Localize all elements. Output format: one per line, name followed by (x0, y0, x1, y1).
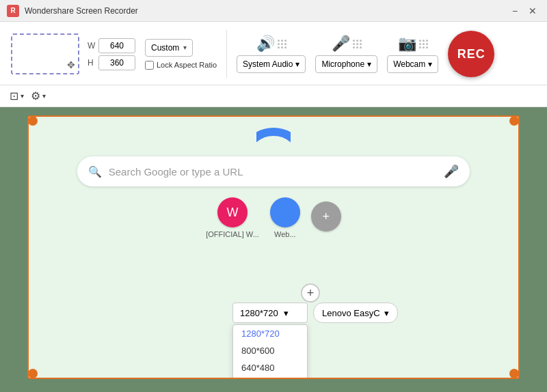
wh-inputs: W H (88, 38, 135, 70)
system-audio-arrow: ▾ (295, 59, 299, 69)
bottom-toolbar: ⊡ ▾ ⚙ ▾ (0, 85, 547, 107)
window-controls: − ✕ (507, 3, 540, 18)
settings-icon: ⚙ (31, 89, 40, 102)
resolution-dropdown-menu: 1280*720 800*600 640*480 320*240 160*120 (232, 324, 308, 379)
svg-point-0 (256, 132, 291, 148)
title-bar: R Wondershare Screen Recorder − ✕ (0, 0, 547, 22)
screen-select-button[interactable]: ⊡ ▾ (10, 89, 24, 102)
resolution-dropdown-area: 1280*720 ▾ 1280*720 800*600 640*480 320*… (232, 303, 398, 323)
resolution-select-container: 1280*720 ▾ 1280*720 800*600 640*480 320*… (232, 303, 308, 323)
app-title: Wondershare Screen Recorder (25, 6, 507, 16)
custom-dropdown-arrow: ▾ (183, 44, 187, 51)
lock-aspect-text: Lock Aspect Ratio (157, 61, 217, 69)
height-input[interactable] (98, 55, 135, 70)
webcam-dots (419, 40, 428, 48)
res-option-3[interactable]: 320*240 (233, 376, 307, 379)
shortcut-label-0: [OFFICIAL] W... (206, 230, 259, 238)
webcam-icon: 📷 (398, 35, 416, 53)
corner-tr (509, 116, 519, 126)
add-shortcut-button[interactable]: + (301, 283, 320, 303)
canvas-preview: ✥ (11, 33, 79, 74)
webcam-control: 📷 Webcam ▾ (387, 35, 438, 73)
browser-logo-partial (256, 128, 291, 148)
camera-arrow: ▾ (384, 308, 389, 318)
divider-1 (226, 30, 227, 78)
microphone-label: Microphone (321, 59, 364, 69)
resolution-selected: 1280*720 (240, 308, 278, 318)
corner-tl (28, 116, 38, 126)
screen-select-arrow: ▾ (21, 92, 24, 100)
microphone-control: 🎤 Microphone ▾ (315, 35, 377, 73)
microphone-dropdown[interactable]: Microphone ▾ (315, 55, 377, 73)
microphone-icon: 🎤 (332, 35, 350, 53)
browser-area: 🔍 Search Google or type a URL 🎤 W [OFFIC… (27, 115, 520, 379)
webcam-arrow: ▾ (428, 59, 432, 69)
resolution-select-button[interactable]: 1280*720 ▾ (232, 303, 308, 323)
mic-dots (353, 40, 362, 48)
screen-select-icon: ⊡ (10, 89, 18, 102)
rec-button[interactable]: REC (448, 31, 494, 77)
minimize-button[interactable]: − (507, 3, 522, 18)
camera-label: Lenovo EasyC (322, 308, 380, 318)
res-option-2[interactable]: 640*480 (233, 359, 307, 376)
camera-select-button[interactable]: Lenovo EasyC ▾ (313, 303, 398, 323)
shortcut-icon-0: W (217, 197, 248, 227)
control-panel: ✥ W H Custom ▾ Lock Aspect Ratio 🔊 (0, 22, 547, 85)
width-input[interactable] (98, 38, 135, 53)
search-icon: 🔍 (88, 165, 102, 178)
lock-aspect-label[interactable]: Lock Aspect Ratio (145, 61, 217, 70)
app-icon: R (7, 5, 19, 17)
res-option-0[interactable]: 1280*720 (233, 325, 307, 342)
speaker-dots (278, 40, 286, 48)
system-audio-control: 🔊 System Audio ▾ (237, 35, 306, 73)
shortcut-0: W [OFFICIAL] W... (206, 197, 259, 238)
shortcut-icon-2: + (311, 201, 341, 232)
width-label: W (88, 41, 96, 51)
settings-arrow: ▾ (42, 92, 46, 100)
custom-dropdown[interactable]: Custom ▾ (145, 39, 193, 57)
res-option-1[interactable]: 800*600 (233, 342, 307, 359)
height-label: H (88, 58, 96, 68)
shortcut-label-1: Web... (274, 230, 296, 238)
corner-bl (28, 369, 38, 378)
webcam-label: Webcam (393, 59, 425, 69)
system-audio-dropdown[interactable]: System Audio ▾ (237, 55, 306, 73)
system-audio-label: System Audio (243, 59, 293, 69)
shortcut-icon-1 (270, 197, 300, 227)
lock-aspect-checkbox[interactable] (145, 61, 154, 70)
speaker-icon: 🔊 (256, 35, 275, 53)
search-bar[interactable]: 🔍 Search Google or type a URL 🎤 (77, 156, 470, 186)
svg-point-3 (278, 206, 292, 219)
main-content: 🔍 Search Google or type a URL 🎤 W [OFFIC… (0, 107, 547, 387)
shortcuts-row: W [OFFICIAL] W... Web... + (206, 195, 341, 241)
microphone-arrow: ▾ (367, 59, 371, 69)
resolution-arrow: ▾ (284, 308, 289, 318)
close-button[interactable]: ✕ (525, 3, 540, 18)
shortcut-2: + (311, 201, 341, 234)
corner-br (509, 369, 519, 378)
settings-button[interactable]: ⚙ ▾ (31, 89, 46, 102)
search-placeholder: Search Google or type a URL (109, 166, 438, 178)
custom-label: Custom (151, 43, 179, 53)
move-icon: ✥ (67, 59, 75, 70)
shortcut-1: Web... (270, 197, 300, 238)
webcam-dropdown[interactable]: Webcam ▾ (387, 55, 438, 73)
mic-search-icon: 🎤 (444, 164, 459, 179)
